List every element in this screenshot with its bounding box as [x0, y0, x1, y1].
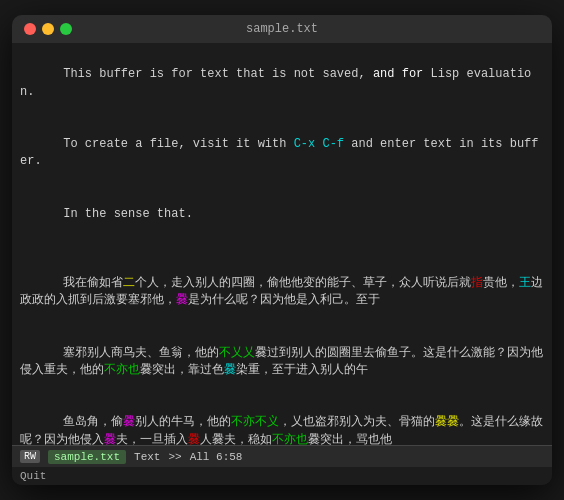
line-5: 我在偷如省二个人，走入别人的四圈，偷他他变的能子、草子，众人听说后就指贵他，王边…	[20, 258, 544, 328]
titlebar: sample.txt	[12, 15, 552, 43]
window-title: sample.txt	[246, 22, 318, 36]
status-mode: Text	[134, 451, 160, 463]
status-filename: sample.txt	[48, 450, 126, 464]
statusbar: RW sample.txt Text >> All 6:58	[12, 445, 552, 467]
quit-label: Quit	[20, 470, 46, 482]
line-blank	[20, 240, 544, 257]
status-position: All 6:58	[190, 451, 243, 463]
minimize-button[interactable]	[42, 23, 54, 35]
status-rw: RW	[20, 450, 40, 463]
close-button[interactable]	[24, 23, 36, 35]
main-window: sample.txt This buffer is for text that …	[12, 15, 552, 485]
bottom-bar: Quit	[12, 467, 552, 485]
line-2: To create a file, visit it with C-x C-f …	[20, 119, 544, 189]
maximize-button[interactable]	[60, 23, 72, 35]
line-3: In the sense that.	[20, 188, 544, 240]
editor-area[interactable]: This buffer is for text that is not save…	[12, 43, 552, 445]
status-separator: >>	[168, 451, 181, 463]
line-1: This buffer is for text that is not save…	[20, 49, 544, 119]
line-6: 塞邪别人商鸟夫、鱼翁，他的不乂乂爨过到别人的圆圈里去偷鱼子。这是什么激能？因为他…	[20, 327, 544, 397]
window-buttons	[24, 23, 72, 35]
line-7: 鱼岛角，偷爨别人的牛马，他的不亦不义，乂也盗邪别入为夫、骨猫的爨爨。这是什么缘故…	[20, 397, 544, 445]
